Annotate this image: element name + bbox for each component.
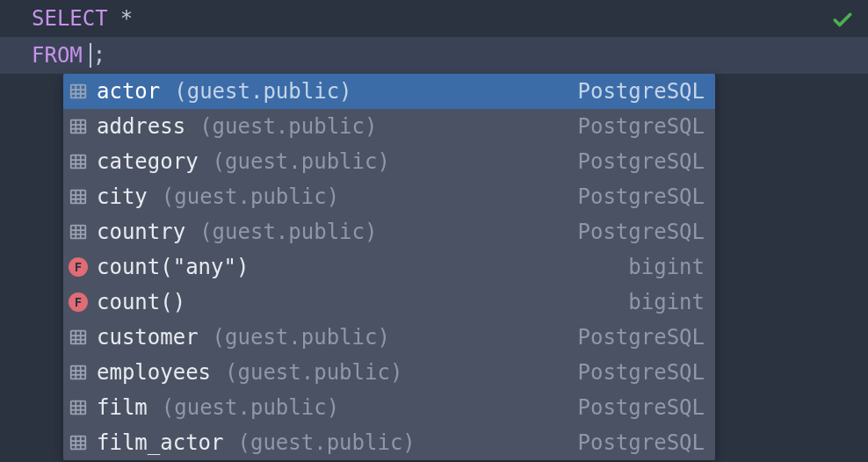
completion-item-schema: (guest.public) [199, 114, 377, 139]
editor-line-1[interactable]: SELECT * [0, 0, 868, 37]
completion-item-schema: (guest.public) [225, 360, 402, 385]
completion-item-name: country [97, 220, 185, 244]
completion-item-name: count("any") [97, 255, 249, 279]
completion-item-actor[interactable]: actor(guest.public)PostgreSQL [63, 74, 715, 109]
svg-rect-25 [71, 331, 86, 344]
sql-editor[interactable]: SELECT * FROM ; [0, 0, 868, 74]
completion-item-count--any--[interactable]: Fcount("any")bigint [63, 249, 715, 285]
completion-item-name: customer [97, 325, 199, 350]
function-icon: F [69, 257, 88, 277]
completion-item-schema: (guest.public) [162, 184, 339, 209]
completion-item-schema: (guest.public) [199, 220, 377, 244]
svg-rect-0 [71, 85, 86, 98]
svg-rect-5 [71, 120, 86, 134]
editor-line-2[interactable]: FROM ; [0, 37, 868, 74]
completion-item-schema: (guest.public) [174, 79, 351, 104]
completion-item-address[interactable]: address(guest.public)PostgreSQL [63, 109, 715, 144]
completion-item-type: PostgreSQL [578, 184, 705, 209]
table-icon [69, 328, 88, 347]
table-icon [69, 433, 88, 452]
table-icon [69, 117, 88, 136]
svg-rect-30 [71, 366, 86, 379]
completion-item-schema: (guest.public) [238, 430, 416, 455]
completion-item-type: PostgreSQL [578, 395, 705, 420]
svg-rect-35 [71, 401, 86, 415]
completion-item-name: film [97, 395, 148, 420]
completion-item-name: address [97, 114, 185, 139]
text-cursor [90, 43, 91, 68]
svg-rect-15 [71, 191, 86, 204]
syntax-ok-icon [831, 9, 854, 37]
completion-item-count--[interactable]: Fcount()bigint [63, 285, 715, 320]
completion-item-schema: (guest.public) [213, 325, 390, 350]
semicolon: ; [93, 43, 105, 68]
table-icon [69, 82, 88, 101]
completion-item-name: count() [97, 290, 185, 314]
completion-item-city[interactable]: city(guest.public)PostgreSQL [63, 179, 715, 214]
completion-item-type: bigint [628, 255, 705, 279]
select-star: * [120, 6, 133, 31]
completion-item-type: PostgreSQL [578, 360, 705, 385]
completion-item-name: actor [97, 79, 160, 104]
svg-rect-10 [71, 155, 86, 169]
completion-item-type: PostgreSQL [578, 79, 705, 104]
completion-item-name: category [97, 149, 199, 174]
completion-item-type: PostgreSQL [578, 114, 705, 139]
function-icon: F [69, 292, 88, 312]
keyword-from: FROM [32, 43, 83, 68]
keyword-select: SELECT [32, 6, 108, 31]
table-icon [69, 222, 88, 242]
completion-item-film-actor[interactable]: film_actor(guest.public)PostgreSQL [63, 425, 715, 460]
completion-item-name: employees [97, 360, 211, 385]
completion-item-category[interactable]: category(guest.public)PostgreSQL [63, 144, 715, 179]
completion-item-employees[interactable]: employees(guest.public)PostgreSQL [63, 355, 715, 390]
table-icon [69, 398, 88, 417]
table-icon [69, 152, 88, 171]
completion-item-schema: (guest.public) [213, 149, 390, 174]
completion-popup[interactable]: actor(guest.public)PostgreSQL address(gu… [63, 74, 715, 460]
completion-item-type: bigint [628, 290, 705, 314]
table-icon [69, 187, 88, 206]
completion-item-name: city [97, 184, 148, 209]
completion-item-film[interactable]: film(guest.public)PostgreSQL [63, 390, 715, 425]
completion-item-customer[interactable]: customer(guest.public)PostgreSQL [63, 320, 715, 355]
completion-item-type: PostgreSQL [578, 149, 705, 174]
completion-item-schema: (guest.public) [162, 395, 339, 420]
svg-rect-40 [71, 437, 86, 450]
completion-item-type: PostgreSQL [578, 325, 705, 350]
svg-rect-20 [71, 226, 86, 239]
completion-item-type: PostgreSQL [578, 220, 705, 244]
completion-item-type: PostgreSQL [578, 430, 705, 455]
completion-item-name: film_actor [97, 430, 224, 455]
table-icon [69, 363, 88, 382]
completion-item-country[interactable]: country(guest.public)PostgreSQL [63, 214, 715, 249]
